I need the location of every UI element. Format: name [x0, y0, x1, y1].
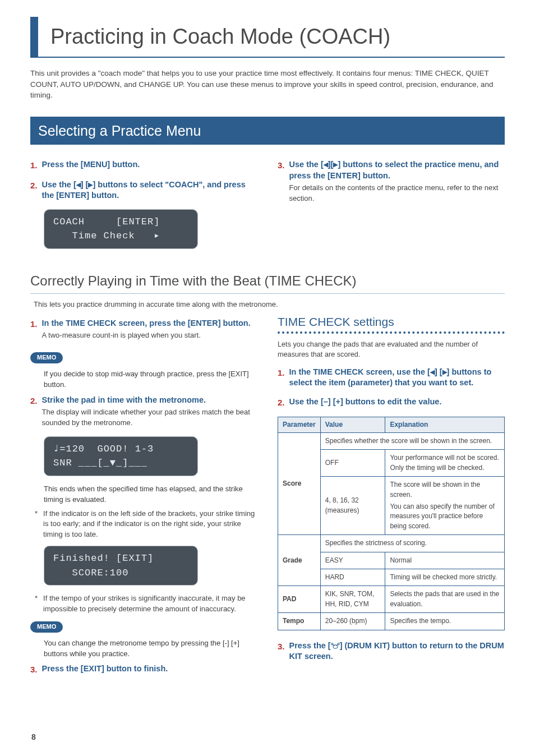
step-3: 3. Use the [◀][▶] buttons to select the … [278, 159, 505, 204]
param-pad: PAD [278, 586, 321, 613]
settings-desc: Lets you change the pads that are evalua… [278, 339, 505, 360]
svg-point-3 [331, 643, 333, 644]
left-arrow-icon: ◀ [324, 161, 328, 168]
right-arrow-icon: ▶ [442, 368, 447, 375]
grade-hard-expl: Timing will be checked more strictly. [385, 569, 505, 586]
step-number: 1. [30, 318, 38, 341]
step-number: 3. [278, 159, 285, 204]
tempo-value: 20–260 (bpm) [320, 613, 385, 630]
asterisk-note-2: * If the tempo of your strikes is signif… [35, 593, 257, 615]
th-value: Value [320, 417, 385, 432]
parameter-table: Parameter Value Explanation Score Specif… [278, 417, 505, 630]
lcd-display-finished: Finished! [EXIT] SCORE:100 [44, 546, 198, 586]
tc-step-3: 3. Press the [EXIT] button to finish. [30, 663, 257, 676]
table-row: Score Specifies whether the score will b… [278, 433, 505, 450]
grade-easy-expl: Normal [385, 552, 505, 569]
step-number: 1. [30, 159, 38, 172]
step-2-text: Use the [◀] [▶] buttons to select "COACH… [42, 179, 257, 201]
pad-value: KIK, SNR, TOM, HH, RID, CYM [320, 586, 385, 613]
step-2: 2. Use the [◀] [▶] buttons to select "CO… [30, 179, 257, 201]
score-off-value: OFF [320, 450, 385, 477]
tc-step-2-text: Strike the pad in time with the metronom… [42, 395, 257, 406]
set-step-1-text: In the TIME CHECK screen, use the [◀] [▶… [289, 367, 505, 389]
step-number: 1. [278, 367, 285, 389]
step-1: 1. Press the [MENU] button. [30, 159, 257, 172]
tc-step-1: 1. In the TIME CHECK screen, press the [… [30, 318, 257, 341]
tc-step-1-detail: A two-measure count-in is played when yo… [42, 330, 257, 341]
step-3-text: Use the [◀][▶] buttons to select the pra… [289, 159, 505, 181]
th-explanation: Explanation [385, 417, 505, 432]
asterisk-icon: * [35, 593, 38, 615]
memo-2-text: You can change the metronome tempo by pr… [44, 638, 257, 660]
tc-step-2: 2. Strike the pad in time with the metro… [30, 395, 257, 428]
set-step-1: 1. In the TIME CHECK screen, use the [◀]… [278, 367, 505, 389]
set-step-3: 3. Press the [] (DRUM KIT) button to ret… [278, 640, 505, 662]
set-step-3-text: Press the [] (DRUM KIT) button to return… [289, 640, 505, 662]
score-meas-value: 4, 8, 16, 32 (measures) [320, 477, 385, 535]
param-score: Score [278, 433, 321, 535]
memo-1-text: If you decide to stop mid-way through pr… [44, 369, 257, 390]
left-arrow-icon: ◀ [76, 181, 81, 188]
svg-point-4 [338, 643, 339, 644]
tc-step-1-text: In the TIME CHECK screen, press the [ENT… [42, 318, 257, 329]
asterisk-note-1: * If the indicator is on the left side o… [35, 509, 257, 541]
table-row: Grade Specifies the strictness of scorin… [278, 535, 505, 552]
time-check-desc: This lets you practice drumming in accur… [34, 299, 505, 310]
th-parameter: Parameter [278, 417, 321, 432]
section-selecting-practice-menu: Selecting a Practice Menu [30, 117, 505, 145]
score-meas-expl: The score will be shown in the screen. Y… [385, 477, 505, 535]
tc-step-3-text: Press the [EXIT] button to finish. [42, 663, 257, 675]
tempo-expl: Specifies the tempo. [385, 613, 505, 630]
asterisk-icon: * [35, 509, 38, 541]
grade-desc: Specifies the strictness of scoring. [320, 535, 504, 552]
step-number: 2. [30, 179, 38, 201]
score-off-expl: Your performance will not be scored. Onl… [385, 450, 505, 477]
score-desc: Specifies whether the score will be show… [320, 433, 504, 450]
intro-paragraph: This unit provides a "coach mode" that h… [30, 68, 505, 101]
left-arrow-icon: ◀ [430, 368, 435, 375]
drum-kit-icon [331, 642, 340, 649]
step-number: 2. [30, 395, 38, 428]
memo-badge: MEMO [30, 621, 63, 633]
memo-badge: MEMO [30, 352, 63, 363]
param-grade: Grade [278, 535, 321, 586]
lcd-display-good: ♩=120 GOOD! 1-3 SNR ___[_▼_]___ [44, 436, 198, 476]
lcd-display-coach: COACH [ENTER] Time Check ▸ [44, 209, 198, 249]
table-row: Tempo 20–260 (bpm) Specifies the tempo. [278, 613, 505, 630]
grade-easy-value: EASY [320, 552, 385, 569]
step-1-text: Press the [MENU] button. [42, 159, 257, 170]
time-check-settings-heading: TIME CHECK settings [278, 314, 505, 334]
step-number: 3. [278, 640, 285, 662]
step-number: 2. [278, 397, 285, 409]
section-time-check: Correctly Playing in Time with the Beat … [30, 271, 505, 294]
page-title: Practicing in Coach Mode (COACH) [30, 17, 505, 58]
page-number: 8 [31, 731, 36, 743]
step-number: 3. [30, 663, 38, 676]
param-tempo: Tempo [278, 613, 321, 630]
grade-hard-value: HARD [320, 569, 385, 586]
table-row: PAD KIK, SNR, TOM, HH, RID, CYM Selects … [278, 586, 505, 613]
set-step-2: 2. Use the [–] [+] buttons to edit the v… [278, 397, 505, 409]
step-3-detail: For details on the contents of the pract… [289, 183, 505, 204]
pad-expl: Selects the pads that are used in the ev… [385, 586, 505, 613]
tc-step-2-detail: The display will indicate whether your p… [42, 407, 257, 428]
set-step-2-text: Use the [–] [+] buttons to edit the valu… [289, 397, 505, 408]
note-end: This ends when the specified time has el… [44, 484, 257, 505]
